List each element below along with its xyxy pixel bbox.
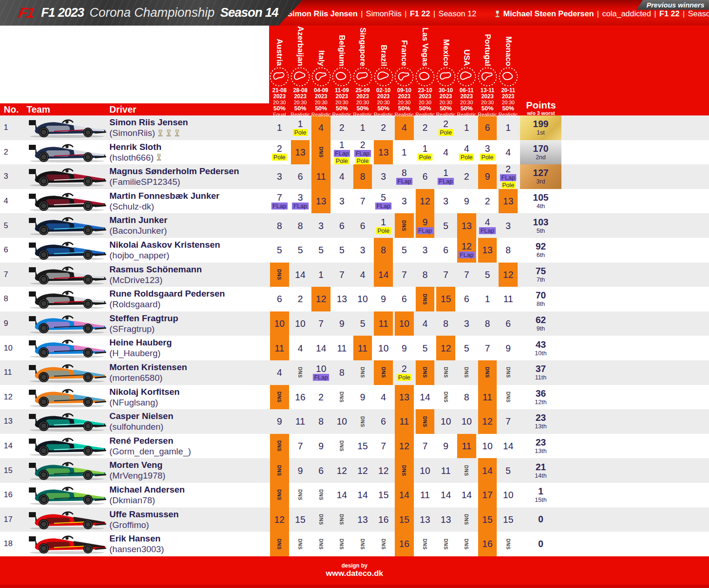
race-distance: 50%	[498, 105, 519, 112]
result-cell: 9	[291, 458, 310, 483]
race-date-block: 23-10202320:3050%Realistic	[415, 88, 436, 117]
result-cell: DNS	[311, 483, 331, 507]
finish-position: 10	[420, 466, 430, 475]
result-cell: 1	[270, 115, 289, 140]
finish-position: 2	[506, 164, 511, 174]
result-cell: 12FLap	[457, 238, 476, 263]
points-place: 3rd	[536, 178, 545, 185]
track-icon	[374, 67, 393, 88]
race-year: 2023	[290, 94, 311, 100]
result-cell: 13	[311, 189, 331, 214]
finish-position: 13	[482, 245, 493, 255]
finish-position: 8	[381, 245, 386, 255]
result-cell: 8	[332, 360, 351, 385]
points-cell: 757th	[520, 263, 561, 287]
result-cell: 6	[436, 238, 455, 263]
points-place: 6th	[536, 251, 545, 258]
driver-name: Rasmus Schönemann	[109, 264, 202, 275]
points-place: 4th	[536, 203, 545, 210]
result-cell: DNS	[311, 140, 331, 165]
finish-position: 13	[378, 148, 389, 157]
finish-position: 8	[422, 270, 427, 279]
driver-name: Casper Nielsen	[109, 411, 173, 421]
finish-position: 4	[422, 319, 427, 328]
driver-info: Rasmus Schönemann(McDrive123)	[109, 264, 202, 285]
finish-position: 7	[318, 319, 324, 328]
result-cell: 10	[499, 483, 518, 507]
result-cell: DNS	[374, 532, 393, 556]
points-place: 7th	[536, 276, 545, 283]
result-cell: DNS	[353, 409, 372, 434]
position-number: 5	[4, 213, 8, 238]
result-cell: 7	[311, 311, 331, 336]
finish-position: 4	[506, 148, 511, 157]
finish-position: 11	[399, 417, 409, 426]
finish-position: 10	[337, 417, 347, 426]
finish-position: 2	[339, 123, 344, 132]
fastest-lap-badge: FLap	[459, 251, 475, 258]
points-place: 12th	[535, 399, 547, 406]
finish-position: 4	[381, 392, 386, 402]
result-cell: 4	[416, 311, 435, 336]
gamertag-text: (Dkmian78)	[109, 495, 155, 506]
race-distance: 50%	[477, 105, 498, 112]
result-cell: 17	[478, 483, 497, 507]
result-cell: 13	[499, 189, 518, 214]
points-cell: 1991st	[520, 115, 561, 140]
race-distance: 50%	[311, 105, 331, 112]
race-mode: Realistic	[331, 112, 352, 117]
points-place: 9th	[536, 325, 545, 332]
result-cell: 2	[332, 115, 351, 140]
driver-gamertag: (sulfohunden)	[109, 421, 173, 432]
track-icon	[270, 67, 289, 88]
finish-position: 6	[464, 294, 469, 304]
result-cell: 11	[374, 311, 393, 336]
fastest-lap-badge: FLap	[479, 227, 496, 234]
result-cell: 12	[311, 287, 331, 311]
finish-position: 6	[277, 294, 282, 304]
race-column: Portugal13-11202320:3050%Realistic	[477, 0, 498, 115]
gamertag-text: (Schulz-dk)	[109, 201, 154, 212]
driver-gamertag: (SFragtrup)	[109, 324, 178, 334]
result-cell: 3	[457, 311, 476, 336]
driver-info: Michael Andersen(Dkmian78)	[109, 484, 185, 506]
pole-badge: Pole	[418, 154, 432, 161]
result-cell: 15	[499, 507, 518, 532]
race-date-block: 30-10202320:3050%Realistic	[435, 88, 456, 117]
footer-website-link[interactable]: www.dateco.dk	[326, 569, 383, 578]
standings-row: 3Magnus Sønderholm Pedersen(FamilieSP123…	[0, 164, 709, 189]
points-value: 75	[535, 266, 546, 276]
result-cell: 6	[291, 164, 310, 189]
result-cell: 6	[374, 409, 393, 434]
result-cell: 5	[457, 336, 476, 360]
column-header-points-sub: w/o 3 worst	[520, 110, 562, 116]
result-cell: 2	[374, 115, 393, 140]
result-cell: 7	[353, 189, 372, 214]
race-column: Azerbaijan28-08202320:3050%Realistic	[290, 0, 311, 115]
dns-label: DNS	[318, 147, 324, 158]
finish-position: 15	[378, 490, 389, 500]
points-cell: 3612th	[520, 385, 561, 410]
dns-label: DNS	[318, 514, 324, 525]
points-value: 92	[535, 242, 546, 251]
result-cell: 6	[416, 164, 435, 189]
track-icon	[436, 67, 456, 88]
result-cell: 4	[291, 336, 310, 360]
dns-label: DNS	[339, 539, 344, 550]
dns-label: DNS	[297, 489, 303, 500]
pole-badge: Pole	[272, 154, 287, 161]
position-number: 11	[4, 360, 12, 385]
standings-row: 14René Pedersen(Gorm_den_gamle_)DNS79DNS…	[0, 434, 709, 459]
race-mode: Realistic	[394, 112, 415, 117]
dns-label: DNS	[464, 367, 469, 378]
result-cell: 15	[374, 483, 393, 507]
result-cell: 14	[457, 483, 476, 507]
race-distance: 50%	[435, 105, 456, 112]
finish-position: 13	[399, 392, 409, 402]
finish-position: 1	[360, 123, 365, 132]
dns-label: DNS	[422, 416, 428, 427]
driver-gamertag: (H_Hauberg)	[109, 348, 172, 358]
finish-position: 13	[316, 196, 326, 206]
driver-name: Nikolaj Korfitsen	[109, 386, 180, 397]
car-image	[27, 239, 107, 261]
